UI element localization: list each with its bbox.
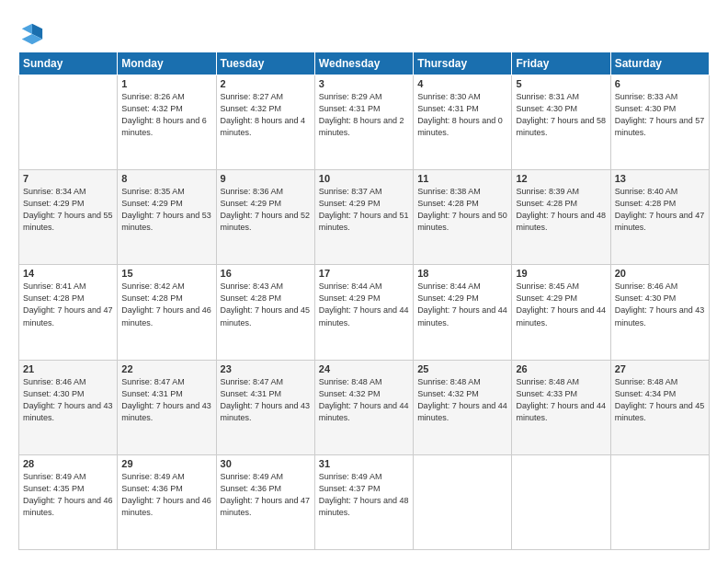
calendar-cell: 3Sunrise: 8:29 AMSunset: 4:31 PMDaylight… — [314, 75, 413, 170]
logo-icon — [18, 20, 44, 46]
cell-content: Sunrise: 8:27 AMSunset: 4:32 PMDaylight:… — [221, 92, 306, 137]
cell-content: Sunrise: 8:43 AMSunset: 4:28 PMDaylight:… — [221, 282, 311, 327]
calendar-cell: 31Sunrise: 8:49 AMSunset: 4:37 PMDayligh… — [314, 454, 413, 549]
calendar-cell: 21Sunrise: 8:46 AMSunset: 4:30 PMDayligh… — [19, 360, 118, 454]
calendar-header-row: SundayMondayTuesdayWednesdayThursdayFrid… — [19, 52, 710, 75]
week-row-4: 28Sunrise: 8:49 AMSunset: 4:35 PMDayligh… — [19, 454, 710, 549]
day-number: 1 — [121, 78, 211, 89]
day-number: 31 — [319, 458, 409, 469]
day-header-monday: Monday — [118, 52, 216, 75]
day-number: 16 — [221, 268, 311, 279]
cell-content: Sunrise: 8:49 AMSunset: 4:36 PMDaylight:… — [221, 472, 311, 517]
week-row-2: 14Sunrise: 8:41 AMSunset: 4:28 PMDayligh… — [19, 265, 710, 360]
calendar-cell — [512, 454, 610, 549]
calendar-cell — [610, 454, 709, 549]
cell-content: Sunrise: 8:35 AMSunset: 4:29 PMDaylight:… — [121, 187, 211, 232]
cell-content: Sunrise: 8:41 AMSunset: 4:28 PMDaylight:… — [23, 282, 113, 327]
cell-content: Sunrise: 8:37 AMSunset: 4:29 PMDaylight:… — [319, 187, 409, 232]
day-header-saturday: Saturday — [610, 52, 709, 75]
day-number: 4 — [417, 78, 507, 89]
day-header-friday: Friday — [512, 52, 610, 75]
logo — [18, 20, 48, 46]
day-number: 13 — [615, 173, 705, 184]
day-number: 6 — [615, 78, 705, 89]
day-number: 11 — [417, 173, 507, 184]
day-number: 26 — [516, 363, 606, 374]
cell-content: Sunrise: 8:40 AMSunset: 4:28 PMDaylight:… — [615, 187, 705, 232]
calendar-cell: 2Sunrise: 8:27 AMSunset: 4:32 PMDaylight… — [216, 75, 314, 170]
day-number: 17 — [319, 268, 409, 279]
calendar-cell — [414, 454, 512, 549]
calendar-cell: 18Sunrise: 8:44 AMSunset: 4:29 PMDayligh… — [414, 265, 512, 360]
week-row-3: 21Sunrise: 8:46 AMSunset: 4:30 PMDayligh… — [19, 360, 710, 454]
cell-content: Sunrise: 8:49 AMSunset: 4:35 PMDaylight:… — [23, 472, 113, 517]
cell-content: Sunrise: 8:48 AMSunset: 4:32 PMDaylight:… — [319, 377, 409, 422]
day-number: 27 — [615, 363, 705, 374]
calendar-cell: 25Sunrise: 8:48 AMSunset: 4:32 PMDayligh… — [414, 360, 512, 454]
cell-content: Sunrise: 8:47 AMSunset: 4:31 PMDaylight:… — [221, 377, 311, 422]
calendar-cell: 4Sunrise: 8:30 AMSunset: 4:31 PMDaylight… — [414, 75, 512, 170]
calendar-cell: 11Sunrise: 8:38 AMSunset: 4:28 PMDayligh… — [414, 170, 512, 265]
calendar-cell: 13Sunrise: 8:40 AMSunset: 4:28 PMDayligh… — [610, 170, 709, 265]
calendar-cell: 14Sunrise: 8:41 AMSunset: 4:28 PMDayligh… — [19, 265, 118, 360]
cell-content: Sunrise: 8:48 AMSunset: 4:32 PMDaylight:… — [417, 377, 507, 422]
cell-content: Sunrise: 8:45 AMSunset: 4:29 PMDaylight:… — [516, 282, 606, 327]
calendar-cell: 1Sunrise: 8:26 AMSunset: 4:32 PMDaylight… — [118, 75, 216, 170]
day-number: 22 — [121, 363, 211, 374]
calendar-cell: 8Sunrise: 8:35 AMSunset: 4:29 PMDaylight… — [118, 170, 216, 265]
cell-content: Sunrise: 8:39 AMSunset: 4:28 PMDaylight:… — [516, 187, 606, 232]
day-header-sunday: Sunday — [19, 52, 118, 75]
cell-content: Sunrise: 8:36 AMSunset: 4:29 PMDaylight:… — [221, 187, 311, 232]
day-number: 23 — [221, 363, 311, 374]
day-header-tuesday: Tuesday — [216, 52, 314, 75]
day-number: 9 — [221, 173, 311, 184]
cell-content: Sunrise: 8:48 AMSunset: 4:33 PMDaylight:… — [516, 377, 606, 422]
calendar-cell: 12Sunrise: 8:39 AMSunset: 4:28 PMDayligh… — [512, 170, 610, 265]
day-number: 19 — [516, 268, 606, 279]
cell-content: Sunrise: 8:49 AMSunset: 4:37 PMDaylight:… — [319, 472, 409, 517]
day-number: 29 — [121, 458, 211, 469]
cell-content: Sunrise: 8:42 AMSunset: 4:28 PMDaylight:… — [121, 282, 211, 327]
day-number: 18 — [417, 268, 507, 279]
cell-content: Sunrise: 8:49 AMSunset: 4:36 PMDaylight:… — [121, 472, 211, 517]
day-number: 15 — [121, 268, 211, 279]
cell-content: Sunrise: 8:29 AMSunset: 4:31 PMDaylight:… — [319, 92, 404, 137]
day-number: 24 — [319, 363, 409, 374]
day-number: 12 — [516, 173, 606, 184]
cell-content: Sunrise: 8:44 AMSunset: 4:29 PMDaylight:… — [319, 282, 409, 327]
day-number: 3 — [319, 78, 409, 89]
cell-content: Sunrise: 8:44 AMSunset: 4:29 PMDaylight:… — [417, 282, 507, 327]
cell-content: Sunrise: 8:48 AMSunset: 4:34 PMDaylight:… — [615, 377, 705, 422]
calendar-cell: 10Sunrise: 8:37 AMSunset: 4:29 PMDayligh… — [314, 170, 413, 265]
day-number: 10 — [319, 173, 409, 184]
cell-content: Sunrise: 8:26 AMSunset: 4:32 PMDaylight:… — [121, 92, 207, 137]
page: SundayMondayTuesdayWednesdayThursdayFrid… — [0, 0, 728, 563]
calendar-cell: 6Sunrise: 8:33 AMSunset: 4:30 PMDaylight… — [610, 75, 709, 170]
day-number: 25 — [417, 363, 507, 374]
calendar-cell: 5Sunrise: 8:31 AMSunset: 4:30 PMDaylight… — [512, 75, 610, 170]
week-row-1: 7Sunrise: 8:34 AMSunset: 4:29 PMDaylight… — [19, 170, 710, 265]
calendar-cell: 27Sunrise: 8:48 AMSunset: 4:34 PMDayligh… — [610, 360, 709, 454]
day-number: 14 — [23, 268, 113, 279]
day-number: 2 — [221, 78, 311, 89]
day-number: 7 — [23, 173, 113, 184]
calendar-cell: 28Sunrise: 8:49 AMSunset: 4:35 PMDayligh… — [19, 454, 118, 549]
calendar-cell: 9Sunrise: 8:36 AMSunset: 4:29 PMDaylight… — [216, 170, 314, 265]
day-header-wednesday: Wednesday — [314, 52, 413, 75]
day-number: 8 — [121, 173, 211, 184]
day-number: 30 — [221, 458, 311, 469]
cell-content: Sunrise: 8:46 AMSunset: 4:30 PMDaylight:… — [23, 377, 113, 422]
day-number: 20 — [615, 268, 705, 279]
calendar-cell: 22Sunrise: 8:47 AMSunset: 4:31 PMDayligh… — [118, 360, 216, 454]
cell-content: Sunrise: 8:30 AMSunset: 4:31 PMDaylight:… — [417, 92, 503, 137]
cell-content: Sunrise: 8:46 AMSunset: 4:30 PMDaylight:… — [615, 282, 705, 327]
day-number: 21 — [23, 363, 113, 374]
calendar: SundayMondayTuesdayWednesdayThursdayFrid… — [18, 52, 710, 550]
calendar-cell: 20Sunrise: 8:46 AMSunset: 4:30 PMDayligh… — [610, 265, 709, 360]
cell-content: Sunrise: 8:34 AMSunset: 4:29 PMDaylight:… — [23, 187, 113, 232]
day-header-thursday: Thursday — [414, 52, 512, 75]
calendar-cell: 16Sunrise: 8:43 AMSunset: 4:28 PMDayligh… — [216, 265, 314, 360]
calendar-cell: 15Sunrise: 8:42 AMSunset: 4:28 PMDayligh… — [118, 265, 216, 360]
calendar-cell: 7Sunrise: 8:34 AMSunset: 4:29 PMDaylight… — [19, 170, 118, 265]
calendar-cell — [19, 75, 118, 170]
